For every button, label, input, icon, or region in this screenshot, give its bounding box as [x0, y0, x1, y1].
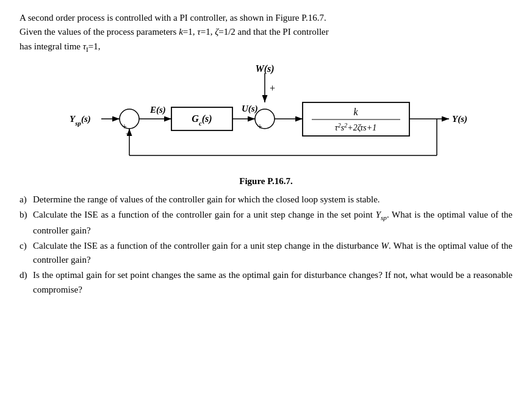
svg-text:Ysp(s): Ysp(s): [70, 114, 91, 127]
svg-text:U(s): U(s): [242, 104, 258, 114]
intro-line2: Given the values of the process paramete…: [20, 27, 329, 37]
figure-caption: Figure P.16.7.: [20, 176, 512, 187]
question-d-text: Is the optimal gain for set point change…: [33, 268, 512, 297]
question-c-text: Calculate the ISE as a function of the c…: [33, 239, 512, 268]
block-diagram: W(s) + Ysp(s) + − E(s): [59, 61, 473, 174]
question-a: a) Determine the range of values of the …: [20, 193, 512, 207]
svg-text:E(s): E(s): [149, 105, 166, 115]
question-c-label: c): [20, 239, 31, 268]
svg-text:+: +: [257, 122, 262, 131]
svg-text:k: k: [353, 107, 358, 117]
question-a-label: a): [20, 193, 31, 207]
question-b-label: b): [20, 208, 31, 238]
question-b-text: Calculate the ISE as a function of the c…: [33, 208, 512, 238]
svg-text:+: +: [270, 83, 275, 93]
svg-text:−: −: [126, 129, 131, 138]
diagram-svg: W(s) + Ysp(s) + − E(s): [59, 61, 473, 174]
svg-text:W(s): W(s): [255, 63, 274, 74]
question-b: b) Calculate the ISE as a function of th…: [20, 208, 512, 238]
question-a-text: Determine the range of values of the con…: [33, 193, 512, 207]
question-c: c) Calculate the ISE as a function of th…: [20, 239, 512, 268]
svg-text:Y(s): Y(s): [452, 114, 467, 124]
svg-text:Gc(s): Gc(s): [192, 113, 212, 127]
questions-section: a) Determine the range of values of the …: [20, 193, 512, 297]
intro-paragraph: A second order process is controlled wit…: [20, 11, 512, 55]
question-d-label: d): [20, 268, 31, 297]
svg-text:τ2s2+2ζτs+1: τ2s2+2ζτs+1: [335, 121, 377, 132]
intro-line3: has integral time τI=1,: [20, 41, 101, 51]
question-d: d) Is the optimal gain for set point cha…: [20, 268, 512, 297]
diagram-area: W(s) + Ysp(s) + − E(s): [20, 61, 512, 174]
intro-line1: A second order process is controlled wit…: [20, 13, 326, 23]
